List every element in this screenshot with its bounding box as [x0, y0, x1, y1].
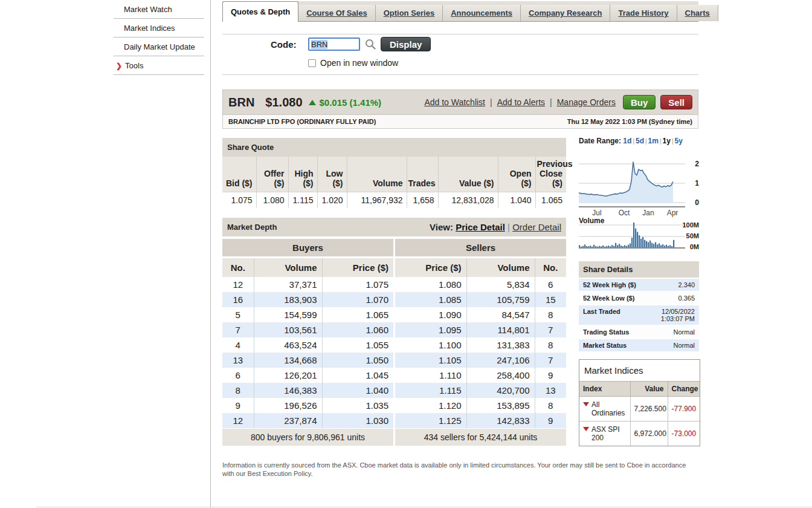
sellers-row: 1.085105,75915	[395, 292, 566, 307]
price-chart	[579, 152, 685, 208]
share-quote-header: Value ($)	[438, 157, 498, 192]
chevron-right-icon: ❯	[116, 62, 122, 70]
sellers-row: 1.125142,8339	[395, 413, 566, 428]
share-quote-header: Bid ($)	[222, 157, 256, 192]
share-quote-table: Bid ($)Offer ($)High ($)Low ($)VolumeTra…	[222, 157, 566, 208]
indices-col-header: Change	[668, 382, 700, 397]
index-down-icon	[583, 427, 589, 431]
sellers-footer: 434 sellers for 5,424,144 units	[395, 429, 566, 446]
display-button[interactable]: Display	[381, 37, 431, 51]
depth-view-switch: View: Price Detail | Order Detail	[430, 222, 561, 232]
share-quote-value: 1,658	[407, 192, 438, 209]
share-quote-row: 1.0751.0801.1151.02011,967,9321,65812,83…	[222, 192, 566, 209]
market-indices-title: Market Indices	[579, 360, 700, 382]
tab-option-series[interactable]: Option Series	[376, 5, 443, 21]
add-to-watchlist-link[interactable]: Add to Watchlist	[424, 97, 485, 107]
sellers-column: Sellers Price ($)VolumeNo. 1.0805,83461.…	[395, 239, 566, 446]
share-quote-value: 1.020	[317, 192, 347, 209]
sidebar-item-market-watch[interactable]: Market Watch	[114, 0, 204, 19]
share-details-row: Last Traded12/05/2022 1:03:07 PM	[579, 305, 699, 326]
open-new-window-label: Open in new window	[320, 58, 398, 68]
view-order-detail-link[interactable]: Order Detail	[512, 222, 561, 232]
sellers-row: 1.09084,5478	[395, 307, 566, 322]
share-quote-title: Share Quote	[222, 138, 566, 157]
sidebar-item-label: Daily Market Update	[124, 42, 195, 51]
price-xtick-jul: Jul	[592, 209, 601, 217]
index-row: All Ordinaries7,226.500-77.900	[579, 397, 700, 422]
stock-price: $1.080	[265, 96, 302, 109]
market-depth-title: Market Depth	[227, 223, 277, 232]
buyers-row: 1237,3711.075	[222, 277, 393, 292]
price-up-icon	[309, 100, 316, 105]
view-price-detail-link[interactable]: Price Detail	[456, 222, 505, 232]
buyers-title: Buyers	[222, 239, 393, 256]
market-depth-panel: Market Depth View: Price Detail | Order …	[222, 218, 566, 446]
date-range-5d[interactable]: 5d	[636, 137, 644, 145]
share-quote-header: Trades	[407, 157, 438, 192]
link-separator: |	[550, 97, 552, 107]
tab-course-of-sales[interactable]: Course Of Sales	[298, 5, 375, 21]
search-icon[interactable]	[365, 39, 376, 50]
sidebar-item-market-indices[interactable]: Market Indices	[114, 19, 204, 37]
share-quote-value: 1.080	[256, 192, 288, 209]
buyers-row: 16183,9031.070	[222, 292, 393, 307]
share-details-row: 52 Week Low ($)0.365	[579, 292, 699, 305]
code-input-value: BRN	[311, 40, 327, 49]
buyers-row: 13134,6681.050	[222, 353, 393, 368]
share-quote-panel: Share Quote Bid ($)Offer ($)High ($)Low …	[222, 138, 566, 208]
sellers-row: 1.110258,4009	[395, 368, 566, 383]
code-input[interactable]: BRN	[308, 37, 360, 51]
market-indices-table: IndexValueChange All Ordinaries7,226.500…	[579, 382, 700, 446]
page: Market WatchMarket IndicesDaily Market U…	[0, 0, 812, 508]
share-quote-header: Offer ($)	[256, 157, 288, 192]
buyers-row: 12237,8741.030	[222, 413, 393, 428]
price-xtick-oct: Oct	[619, 209, 630, 217]
date-range-5y[interactable]: 5y	[675, 137, 683, 145]
sidebar-divider	[210, 0, 211, 508]
index-row: ASX SPI 2006,972.000-73.000	[579, 422, 700, 446]
share-quote-value: 1.065	[535, 192, 566, 209]
index-down-icon	[583, 402, 589, 406]
open-new-window-checkbox[interactable]	[308, 59, 316, 67]
share-quote-value: 11,967,932	[347, 192, 407, 209]
buyers-col-header: No.	[222, 258, 254, 277]
sidebar-item-daily-market-update[interactable]: Daily Market Update	[114, 37, 204, 56]
share-quote-header: Low ($)	[317, 157, 347, 192]
vol-ytick-100m: 100M	[682, 221, 699, 229]
price-ytick-0: 0	[695, 198, 699, 207]
sellers-row: 1.100131,3838	[395, 337, 566, 353]
buyers-row: 6126,2011.045	[222, 368, 393, 383]
sidebar-item-label: Tools	[125, 61, 143, 70]
price-xtick-apr: Apr	[667, 209, 678, 217]
buyers-row: 4463,5241.055	[222, 337, 393, 353]
price-xtick-jan: Jan	[642, 209, 654, 217]
disclaimer-text: Information is currently sourced from th…	[222, 461, 698, 478]
add-to-alerts-link[interactable]: Add to Alerts	[497, 97, 545, 107]
buyers-column: Buyers No.VolumePrice ($) 1237,3711.0751…	[222, 239, 393, 446]
date-range-selector: Date Range: 1d|5d|1m|1y|5y	[579, 137, 683, 145]
date-range-1m[interactable]: 1m	[648, 137, 659, 145]
share-details-row: Trading StatusNormal	[579, 326, 699, 339]
buyers-row: 5154,5991.065	[222, 307, 393, 322]
sellers-row: 1.095114,8017	[395, 322, 566, 337]
price-ytick-2: 2	[695, 160, 699, 168]
sellers-title: Sellers	[395, 239, 566, 256]
date-range-1y[interactable]: 1y	[663, 137, 671, 145]
sellers-col-header: No.	[535, 258, 566, 277]
sellers-col-header: Price ($)	[395, 258, 466, 277]
share-quote-header: Open ($)	[498, 157, 535, 192]
share-details-row: 52 Week High ($)2.340	[579, 279, 699, 292]
sidebar-item-tools[interactable]: ❯Tools	[114, 56, 204, 75]
buyers-row: 9196,5261.035	[222, 398, 393, 413]
tab-announcements[interactable]: Announcements	[443, 5, 521, 21]
buyers-col-header: Price ($)	[322, 258, 393, 277]
share-quote-value: 1.040	[498, 192, 535, 209]
share-details-panel: Share Details 52 Week High ($)2.34052 We…	[579, 261, 699, 353]
tab-quotes-amp-depth[interactable]: Quotes & Depth	[222, 1, 298, 22]
buyers-col-header: Volume	[254, 258, 322, 277]
buyers-footer: 800 buyers for 9,806,961 units	[222, 429, 393, 446]
date-range-1d[interactable]: 1d	[623, 137, 631, 145]
right-column: Date Range: 1d|5d|1m|1y|5y 2 1 0 JulOctJ…	[579, 0, 699, 508]
sidebar-item-label: Market Watch	[124, 5, 172, 14]
vol-ytick-50m: 50M	[686, 232, 699, 239]
